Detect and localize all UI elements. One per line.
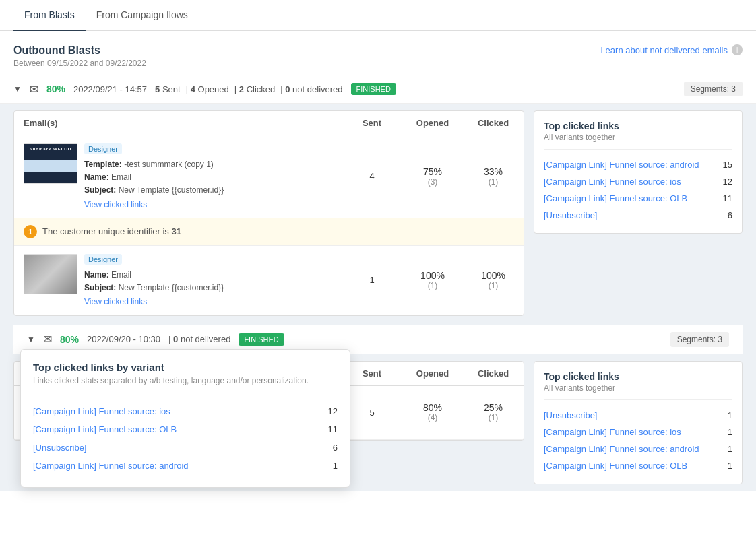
popup-link-row: [Unsubscribe] 6 [33, 439, 338, 457]
clicked-count-3: (1) [484, 413, 503, 422]
clicked-pct-2: 100% [481, 270, 505, 281]
link-row: [Campaign Link] Funnel source: ios 1 [544, 424, 732, 441]
clicked-cell-2: 100% (1) [463, 246, 524, 315]
popup-link-count: 6 [333, 443, 338, 453]
tab-from-blasts[interactable]: From Blasts [13, 0, 86, 31]
popup-link-name[interactable]: [Unsubscribe] [33, 443, 86, 453]
clicked-pct-3: 25% [484, 402, 503, 413]
sent-cell-3: 5 [342, 386, 402, 439]
link-name[interactable]: [Unsubscribe] [544, 410, 597, 420]
link-name[interactable]: [Campaign Link] Funnel source: android [544, 160, 699, 170]
clicked-count-1: (1) [484, 177, 503, 187]
sent-value-2: 1 [369, 275, 374, 285]
link-row: [Campaign Link] Funnel source: android 1… [544, 156, 732, 173]
view-clicked-links-1[interactable]: View clicked links [84, 200, 147, 209]
link-name[interactable]: [Campaign Link] Funnel source: ios [544, 176, 681, 187]
side-panel-1: Top clicked links All variants together … [534, 110, 743, 234]
warning-row: 1 The customer unique identifier is 31 [14, 218, 524, 246]
col-header-emails: Email(s) [14, 111, 342, 135]
link-count: 12 [723, 176, 732, 187]
status-badge-2: FINISHED [239, 333, 284, 346]
email-table-1: Email(s) Sent Opened Clicked Sunmark WEL… [13, 110, 524, 316]
link-row: [Campaign Link] Funnel source: ios 12 [544, 173, 732, 190]
stat-sent: 5 Sent [155, 84, 181, 94]
header-left: Outbound Blasts Between 09/15/2022 and 0… [13, 44, 146, 68]
stat-opened: | 4 Opened [186, 84, 229, 94]
opened-pct-3: 80% [423, 402, 442, 413]
designer-badge: Designer [84, 143, 122, 154]
chevron-down-icon[interactable]: ▼ [13, 84, 22, 94]
clicked-cell-1: 33% (1) [463, 135, 524, 218]
opened-cell-2: 100% (1) [402, 246, 463, 315]
warning-bold: 31 [172, 226, 181, 236]
blast-percent: 80% [46, 84, 65, 94]
link-count: 1 [728, 410, 732, 420]
col-header-clicked: Clicked [463, 111, 524, 135]
main-row-1: Email(s) Sent Opened Clicked Sunmark WEL… [13, 110, 743, 316]
link-name[interactable]: [Campaign Link] Funnel source: OLB [544, 461, 687, 471]
sent-value-1: 4 [369, 171, 374, 181]
stat-clicked: | 2 Clicked [234, 84, 275, 94]
link-count: 1 [728, 444, 732, 454]
date-range: Between 09/15/2022 and 09/22/2022 [13, 59, 146, 68]
col-header-sent-2: Sent [342, 362, 402, 385]
popup-link-row: [Campaign Link] Funnel source: OLB 11 [33, 420, 338, 439]
segments-badge: Segments: 3 [684, 82, 743, 96]
warning-text: The customer unique identifier is 31 [42, 226, 181, 236]
opened-count-2: (1) [420, 281, 445, 290]
link-name[interactable]: [Campaign Link] Funnel source: android [544, 444, 699, 454]
link-row: [Campaign Link] Funnel source: OLB 1 [544, 457, 732, 474]
designer-badge-2: Designer [84, 254, 122, 265]
link-count: 6 [728, 210, 732, 220]
popup-subtitle: Links clicked stats separated by a/b tes… [33, 376, 338, 385]
sent-cell-1: 4 [342, 135, 402, 218]
info-icon[interactable]: i [732, 44, 743, 55]
link-row: [Unsubscribe] 1 [544, 407, 732, 424]
link-name[interactable]: [Campaign Link] Funnel source: OLB [544, 193, 687, 203]
chevron-down-icon-2[interactable]: ▼ [27, 335, 35, 344]
learn-link[interactable]: Learn about not delivered emails [600, 45, 728, 55]
side-panel-title-1: Top clicked links [544, 121, 732, 131]
link-count: 1 [728, 427, 732, 437]
email-thumbnail-2 [24, 254, 77, 294]
opened-count-1: (3) [423, 177, 442, 187]
popup-link-count: 11 [328, 424, 338, 434]
link-name[interactable]: [Campaign Link] Funnel source: ios [544, 427, 681, 437]
col-header-clicked-2: Clicked [463, 362, 524, 385]
col-header-opened-2: Opened [402, 362, 463, 385]
header-right: Learn about not delivered emails i [600, 44, 743, 55]
opened-cell-3: 80% (4) [402, 386, 463, 439]
warning-number: 1 [24, 225, 37, 238]
sent-cell-2: 1 [342, 246, 402, 315]
popup-link-name[interactable]: [Campaign Link] Funnel source: android [33, 461, 189, 471]
sent-value-3: 5 [369, 408, 374, 418]
side-panel-2: Top clicked links All variants together … [534, 361, 743, 484]
col-header-sent: Sent [342, 111, 402, 135]
popup-link-count: 1 [333, 461, 338, 471]
opened-count-3: (4) [423, 413, 442, 422]
tab-from-campaign-flows[interactable]: From Campaign flows [86, 0, 199, 31]
col-header-opened: Opened [402, 111, 463, 135]
opened-cell-1: 75% (3) [402, 135, 463, 218]
side-panel-subtitle-1: All variants together [544, 133, 732, 142]
clicked-cell-3: 25% (1) [463, 386, 524, 439]
view-clicked-links-2[interactable]: View clicked links [84, 297, 147, 306]
link-count: 11 [723, 193, 732, 203]
blast-percent-2: 80% [60, 334, 79, 345]
popup-top-clicked-links: Top clicked links by variant Links click… [20, 349, 350, 488]
link-row: [Campaign Link] Funnel source: OLB 11 [544, 190, 732, 207]
status-badge: FINISHED [351, 83, 396, 95]
link-name[interactable]: [Unsubscribe] [544, 210, 597, 220]
email-icon-2: ✉ [43, 333, 52, 346]
page-title: Outbound Blasts [13, 44, 146, 57]
email-meta-2: Name: Email Subject: New Template {{cust… [84, 269, 332, 294]
popup-link-name[interactable]: [Campaign Link] Funnel source: OLB [33, 424, 177, 434]
popup-link-row: [Campaign Link] Funnel source: android 1 [33, 457, 338, 475]
table-row: Sunmark WELCO Designer Template: -test s… [14, 135, 524, 218]
popup-link-count: 12 [328, 406, 338, 416]
popup-link-name[interactable]: [Campaign Link] Funnel source: ios [33, 406, 170, 416]
segments-badge-2: Segments: 3 [670, 332, 729, 347]
link-count: 1 [728, 461, 732, 471]
blast-stats: 5 Sent | 4 Opened | 2 Clicked | 0 not de… [155, 84, 342, 94]
email-info-2: Designer Name: Email Subject: New Templa… [14, 246, 342, 315]
